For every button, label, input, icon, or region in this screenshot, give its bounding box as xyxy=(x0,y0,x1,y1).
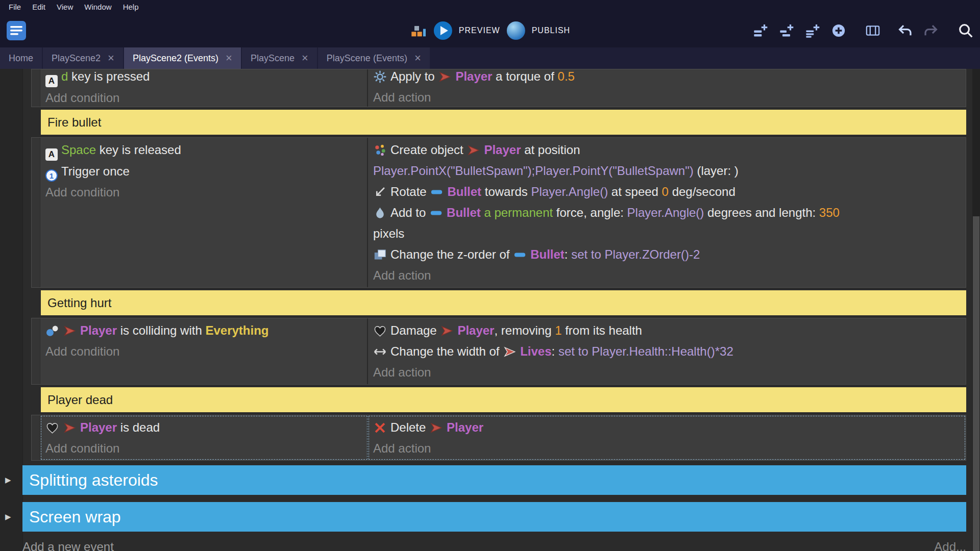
tab-playscene2-events[interactable]: PlayScene2 (Events)× xyxy=(124,47,241,69)
add-condition-button[interactable]: Add condition xyxy=(40,438,367,459)
action-line[interactable]: Create object Player at position Player.… xyxy=(368,139,966,181)
action-line[interactable]: Change the width of Lives: set to Player… xyxy=(368,341,966,362)
project-manager-button[interactable] xyxy=(6,20,27,41)
text-segment: Change the z-order of xyxy=(390,247,513,261)
add-more-button[interactable]: Add... xyxy=(934,540,966,551)
close-icon[interactable]: × xyxy=(302,53,308,64)
menu-item-help[interactable]: Help xyxy=(117,3,144,11)
text-segment: , removing xyxy=(494,323,555,337)
scrollbar-thumb[interactable] xyxy=(973,216,979,551)
footer-row: Add a new event Add... xyxy=(22,540,966,551)
scrollbar-track[interactable] xyxy=(972,69,980,551)
text-segment: Player xyxy=(484,143,521,157)
event-grip[interactable] xyxy=(32,415,40,460)
collapse-arrow-icon[interactable]: ▶ xyxy=(5,512,11,521)
add-subevent-button[interactable] xyxy=(779,23,794,38)
close-icon[interactable]: × xyxy=(108,53,114,64)
condition-line[interactable]: ASpace key is released xyxy=(40,139,367,161)
publish-label[interactable]: PUBLISH xyxy=(532,26,570,35)
preview-button[interactable] xyxy=(434,21,452,40)
tab-home[interactable]: Home xyxy=(0,47,42,69)
delete-icon xyxy=(373,421,387,435)
search-icon xyxy=(958,22,974,39)
comment-row[interactable]: Getting hurt xyxy=(41,290,966,315)
obj-player-icon xyxy=(467,143,480,157)
project-manager-icon xyxy=(6,20,27,41)
tab-playscene[interactable]: PlayScene× xyxy=(242,47,317,69)
condition-line[interactable]: Ad key is pressed xyxy=(40,69,367,87)
event-grip[interactable] xyxy=(32,138,40,287)
add-action-button[interactable]: Add action xyxy=(368,438,966,459)
text-segment: Player.Angle() xyxy=(531,185,608,198)
condition-line[interactable]: 1Trigger once xyxy=(40,161,367,182)
event-grip[interactable] xyxy=(32,318,40,384)
keyboard-icon: A xyxy=(45,148,58,161)
add-condition-button[interactable]: Add condition xyxy=(40,87,367,108)
text-segment: a torque of xyxy=(492,69,557,83)
publish-button[interactable] xyxy=(507,21,525,40)
add-condition-button[interactable]: Add condition xyxy=(40,182,367,203)
heart-icon xyxy=(373,324,387,338)
comment-row[interactable]: Fire bullet xyxy=(41,110,966,135)
menu-item-edit[interactable]: Edit xyxy=(27,3,51,11)
text-segment: Apply to xyxy=(390,69,438,83)
action-line[interactable]: Damage Player, removing 1 from its healt… xyxy=(368,320,966,341)
text-segment: deg/second xyxy=(669,185,736,198)
action-line[interactable]: Add to Bullet a permanent force, angle: … xyxy=(368,202,966,244)
toolbar-center: PREVIEW PUBLISH xyxy=(410,14,570,47)
group-bar[interactable]: Screen wrap xyxy=(22,502,966,532)
comment-row[interactable]: Player dead xyxy=(41,387,966,412)
condition-line[interactable]: Player is colliding with Everything xyxy=(40,320,367,341)
event-row: ASpace key is released1Trigger onceAdd c… xyxy=(31,137,966,288)
text-segment xyxy=(601,247,605,261)
add-action-button[interactable]: Add action xyxy=(368,265,966,286)
close-icon[interactable]: × xyxy=(414,53,421,64)
text-segment: at speed xyxy=(608,185,662,198)
search-button[interactable] xyxy=(958,22,974,39)
tab-label: PlayScene2 (Events) xyxy=(133,53,218,64)
action-line[interactable]: Delete Player xyxy=(368,417,966,438)
close-icon[interactable]: × xyxy=(226,53,232,64)
menu-item-view[interactable]: View xyxy=(51,3,79,11)
text-segment: Player xyxy=(455,69,492,83)
add-new-event-button[interactable]: Add a new event xyxy=(22,540,114,551)
width-icon xyxy=(373,345,387,359)
add-comment-button[interactable] xyxy=(805,23,820,38)
actions-column: Apply to Player a torque of 0.5Add actio… xyxy=(368,69,966,107)
conditions-column: Ad key is pressedAdd condition xyxy=(40,69,368,107)
text-segment: key is pressed xyxy=(68,69,150,83)
rotate-icon xyxy=(373,185,387,199)
add-event-button[interactable] xyxy=(753,23,768,38)
tab-playscene-events[interactable]: PlayScene (Events)× xyxy=(318,47,430,69)
add-circle-button[interactable] xyxy=(831,23,846,38)
redo-button[interactable] xyxy=(923,23,939,38)
preview-label[interactable]: PREVIEW xyxy=(459,26,500,35)
action-line[interactable]: Change the z-order of Bullet: set to Pla… xyxy=(368,244,966,265)
condition-line[interactable]: Player is dead xyxy=(40,417,367,438)
add-condition-button[interactable]: Add condition xyxy=(40,341,367,362)
ribbon-button[interactable] xyxy=(865,23,880,38)
text-segment: 1 xyxy=(555,323,561,337)
text-segment: Add to xyxy=(390,206,429,219)
add-action-button[interactable]: Add action xyxy=(368,362,966,383)
group-title: Screen wrap xyxy=(29,508,121,527)
tab-playscene2[interactable]: PlayScene2× xyxy=(43,47,123,69)
menu-item-window[interactable]: Window xyxy=(79,3,117,11)
tab-label: Home xyxy=(9,53,33,64)
text-segment: Damage xyxy=(390,323,440,337)
add-action-button[interactable]: Add action xyxy=(368,87,966,107)
action-line[interactable]: Rotate Bullet towards Player.Angle() at … xyxy=(368,181,966,202)
menu-item-file[interactable]: File xyxy=(3,3,27,11)
text-segment: set to xyxy=(558,344,589,358)
menu-bar: FileEditViewWindowHelp xyxy=(0,0,980,14)
group-bar[interactable]: Splitting asteroids xyxy=(22,465,966,495)
text-segment: Change the width of xyxy=(390,344,503,358)
action-line[interactable]: Apply to Player a torque of 0.5 xyxy=(368,69,966,87)
text-segment: Bullet xyxy=(447,206,481,219)
tab-label: PlayScene (Events) xyxy=(327,53,407,64)
create-icon xyxy=(373,143,387,157)
event-grip[interactable] xyxy=(32,69,40,107)
collapse-arrow-icon[interactable]: ▶ xyxy=(5,475,11,485)
undo-button[interactable] xyxy=(897,23,913,38)
force-icon xyxy=(373,206,387,220)
